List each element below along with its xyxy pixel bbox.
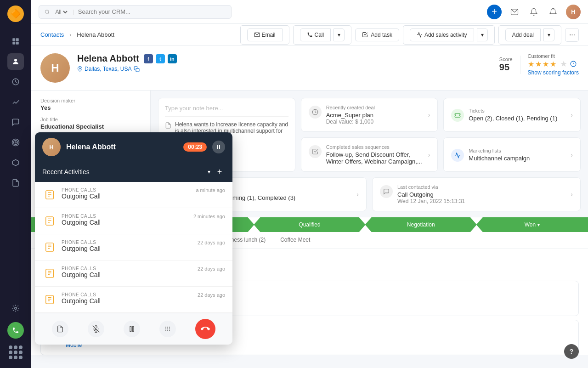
twitter-icon[interactable]: t xyxy=(156,54,165,63)
deal-card-title: Recently created deal xyxy=(326,105,375,110)
email-action[interactable]: Email xyxy=(240,25,289,45)
location-icon xyxy=(77,66,83,72)
last-contact-chevron: › xyxy=(571,191,573,198)
svg-point-60 xyxy=(165,328,166,329)
linkedin-icon[interactable]: in xyxy=(168,54,177,63)
list-item: PHONE CALLS Outgoing Call 2 minutes ago xyxy=(35,208,232,234)
call-pause-action-btn[interactable] xyxy=(124,321,140,337)
sidebar-docs-icon[interactable] xyxy=(7,175,24,191)
sequences-card-icon xyxy=(309,145,322,158)
contact-name: Helena Abbott xyxy=(77,53,139,64)
sidebar-home-icon[interactable] xyxy=(7,33,24,50)
list-item: PHONE CALLS Outgoing Call 22 days ago xyxy=(35,234,232,260)
deal-card-chevron: › xyxy=(428,111,430,119)
call-end-btn[interactable] xyxy=(195,319,215,339)
contact-info: Helena Abbott f t in Dallas, Texas, USA xyxy=(77,53,492,76)
add-deal-label: Add deal xyxy=(512,32,534,38)
breadcrumb-separator: › xyxy=(69,32,71,38)
facebook-icon[interactable]: f xyxy=(144,54,153,63)
sequences-card-title: Completed sales sequences xyxy=(326,144,428,150)
call-timer: 00:23 xyxy=(183,142,207,152)
sidebar-deals-icon[interactable] xyxy=(7,74,24,90)
add-task-label: Add task xyxy=(371,32,392,38)
sidebar-settings-icon[interactable] xyxy=(7,300,24,317)
call-time-4: 22 days ago xyxy=(198,266,225,272)
pipeline-won[interactable]: Won ▾ xyxy=(476,217,588,232)
last-contact-value: Call Outgoing xyxy=(397,191,465,198)
phone-dialer-icon[interactable] xyxy=(7,322,24,339)
svg-rect-44 xyxy=(46,269,54,277)
mute-action-icon xyxy=(88,321,104,337)
recent-activities-bar: Recent Activities ▾ + xyxy=(35,162,232,182)
user-avatar[interactable]: H xyxy=(566,5,581,19)
svg-rect-1 xyxy=(16,38,19,41)
score-section: Score 95 xyxy=(499,57,513,73)
svg-rect-56 xyxy=(132,327,134,332)
marketing-card[interactable]: Marketing lists Multichannel campaign › xyxy=(443,137,581,172)
search-icon xyxy=(45,9,50,15)
tickets-card[interactable]: Tickets Open (2), Closed (1), Pending (1… xyxy=(443,98,581,132)
search-input[interactable] xyxy=(78,8,226,15)
location-text[interactable]: Dallas, Texas, USA xyxy=(85,66,132,72)
breadcrumb-parent[interactable]: Contacts xyxy=(40,31,64,38)
svg-rect-30 xyxy=(217,145,218,149)
search-filter-select[interactable]: All xyxy=(53,8,69,16)
notes-placeholder[interactable]: Type your note here... xyxy=(165,105,288,112)
sidebar-reports-icon[interactable] xyxy=(7,94,24,110)
call-activity-phone-icon-4 xyxy=(42,266,57,281)
copy-icon[interactable] xyxy=(134,66,140,72)
score-value: 95 xyxy=(499,62,513,73)
sales-activity-icon xyxy=(417,32,423,38)
show-scoring-link[interactable]: Show scoring factors xyxy=(528,69,579,76)
sidebar-messages-icon[interactable] xyxy=(7,114,24,130)
add-sales-activity-btn[interactable]: Add sales activity ▾ xyxy=(403,25,495,45)
sidebar-apps-icon[interactable] xyxy=(7,344,24,361)
sequences-card[interactable]: Completed sales sequences Follow-up, Sen… xyxy=(301,137,438,172)
contact-header: H Helena Abbott f t in Dallas, Texas, US… xyxy=(31,46,588,91)
pipeline-qualified[interactable]: Qualified xyxy=(254,217,365,232)
svg-rect-31 xyxy=(219,145,220,149)
pipeline-negotiation[interactable]: Negotiation xyxy=(365,217,477,232)
search-bar[interactable]: All | xyxy=(39,5,232,19)
svg-rect-40 xyxy=(46,243,54,251)
marketing-card-title: Marketing lists xyxy=(469,148,530,153)
svg-point-7 xyxy=(14,141,18,145)
bell-icon[interactable] xyxy=(547,6,560,18)
call-contact-avatar: H xyxy=(42,138,61,156)
email-icon[interactable] xyxy=(508,6,521,18)
call-activity-content-5: PHONE CALLS Outgoing Call xyxy=(62,292,193,305)
ra-add-btn[interactable]: + xyxy=(214,166,225,177)
create-button[interactable]: + xyxy=(487,5,502,19)
call-mute-btn[interactable] xyxy=(88,321,104,337)
deal-card[interactable]: Recently created deal Acme_Super plan De… xyxy=(301,98,438,132)
call-overlay-header: H Helena Abbott 00:23 xyxy=(35,132,232,162)
call-note-btn[interactable] xyxy=(52,321,68,337)
call-pause-btn[interactable] xyxy=(212,141,225,153)
help-badge[interactable]: ? xyxy=(564,344,579,359)
contact-location: Dallas, Texas, USA xyxy=(77,66,492,72)
top-navigation: All | + H xyxy=(31,0,588,24)
call-bottom-bar xyxy=(35,313,232,345)
info-icon[interactable] xyxy=(570,61,577,67)
pause-action-icon xyxy=(124,321,140,337)
sidebar-inventory-icon[interactable] xyxy=(7,154,24,171)
job-title-label: Job title xyxy=(40,117,141,122)
sequences-card-value: Follow-up, Send Discount Offer, Winter O… xyxy=(326,151,428,165)
tab-coffee-meet[interactable]: Coffee Meet xyxy=(273,232,317,249)
sidebar-goals-icon[interactable] xyxy=(7,134,24,151)
dialpad-action-icon xyxy=(159,321,176,337)
svg-rect-3 xyxy=(16,42,19,45)
sidebar: 🔶 xyxy=(0,0,31,368)
deal-card-sub: Deal value: $ 1,000 xyxy=(326,119,375,125)
notifications-icon[interactable] xyxy=(527,6,540,18)
add-task-btn[interactable]: Add task xyxy=(355,28,399,41)
more-actions-btn[interactable]: ⋯ xyxy=(565,28,579,42)
call-dialpad-btn[interactable] xyxy=(159,321,176,337)
last-contact-card[interactable]: Last contacted via Call Outgoing Wed 12 … xyxy=(372,177,581,211)
ra-chevron-icon[interactable]: ▾ xyxy=(208,169,210,175)
app-logo[interactable]: 🔶 xyxy=(7,6,24,22)
svg-point-4 xyxy=(14,59,17,62)
call-action[interactable]: Call ▾ xyxy=(293,25,352,45)
add-deal-btn[interactable]: Add deal ▾ xyxy=(498,25,561,45)
sidebar-contacts-icon[interactable] xyxy=(7,53,24,70)
